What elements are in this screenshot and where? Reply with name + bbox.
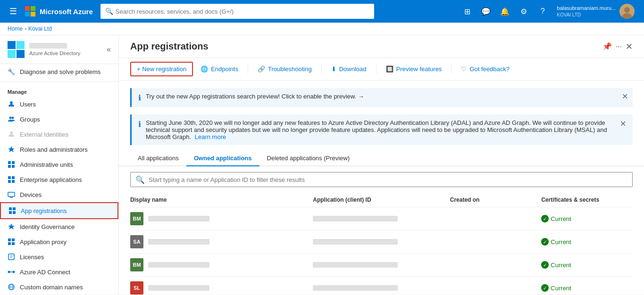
svg-rect-0 [25,6,30,11]
cert-label-4: Current [551,285,571,292]
cert-label-3: Current [551,262,571,269]
sidebar-item-licenses[interactable]: Licenses [0,249,118,264]
app-name-cell-3: BM [130,258,313,271]
pin-icon[interactable]: 📌 [602,42,612,51]
sidebar-item-roles[interactable]: Roles and administrators [0,142,118,157]
svg-rect-15 [8,161,11,164]
table-row[interactable]: BM ✓ Current [130,207,633,230]
connect-label: Azure AD Connect [20,269,70,276]
more-options-icon[interactable]: ··· [616,42,622,51]
portal-icon-btn[interactable]: ⊞ [459,3,476,20]
svg-rect-16 [12,161,15,164]
users-label: Users [20,101,36,108]
table-row[interactable]: BM ✓ Current [130,254,633,277]
tab-owned-applications[interactable]: Owned applications [186,151,259,166]
help-icon-btn[interactable]: ? [534,3,551,20]
banner1-close[interactable]: ✕ [622,92,628,101]
banner2-close[interactable]: ✕ [620,119,626,128]
breadcrumb-tenant[interactable]: Kovai Ltd [28,25,52,32]
sidebar-item-enterprise-apps[interactable]: Enterprise applications [0,172,118,187]
sidebar-item-diagnose[interactable]: 🔧 Diagnose and solve problems [0,64,118,79]
manage-section-label: Manage [0,83,118,97]
app-id-cell-1 [313,216,450,221]
sidebar-item-users[interactable]: Users [0,97,118,112]
app-certs-cell-2: ✓ Current [541,238,633,246]
hamburger-menu[interactable]: ☰ [6,4,21,18]
top-nav-actions: ⊞ 💬 🔔 ⚙ ? balasubramaniam.muru... KOVAI … [459,2,638,21]
sidebar-item-admin-units[interactable]: Administrative units [0,157,118,172]
sidebar-item-groups[interactable]: Groups [0,112,118,127]
licenses-icon [8,253,15,261]
app-name-placeholder-2 [148,239,209,245]
sidebar-divider-1 [0,81,118,82]
sidebar-item-identity-governance[interactable]: Identity Governance [0,219,118,234]
download-icon: ⬇ [331,66,336,73]
svg-point-37 [13,271,15,273]
table-row[interactable]: SL ✓ Current [130,277,633,295]
troubleshooting-button[interactable]: 🔗 Troubleshooting [252,63,318,75]
info-banner-1: ℹ Try out the new App registrations sear… [130,88,633,107]
user-menu[interactable]: balasubramaniam.muru... KOVAI LTD [553,2,638,21]
app-id-placeholder-1 [313,216,398,221]
sidebar: Azure Active Directory « 🔧 Diagnose and … [0,35,119,295]
feedback-button[interactable]: ♡ Got feedback? [455,63,515,75]
download-label: Download [339,66,367,73]
svg-point-5 [624,7,630,13]
close-panel-icon[interactable]: ✕ [626,41,633,52]
sidebar-item-external-identities[interactable]: External Identities [0,127,118,142]
app-badge-2: SA [130,235,143,248]
tab-all-applications[interactable]: All applications [130,151,186,166]
check-icon-1: ✓ [541,215,549,222]
col-header-display-name: Display name [130,197,313,203]
sidebar-item-devices[interactable]: Devices [0,187,118,202]
sidebar-collapse-btn[interactable]: « [107,45,111,54]
svg-rect-2 [25,12,30,16]
sidebar-item-app-registrations[interactable]: App registrations [0,202,118,219]
external-icon [8,131,15,138]
tab-deleted-applications[interactable]: Deleted applications (Preview) [259,151,358,166]
sidebar-org-name [29,43,67,49]
learn-more-link[interactable]: Learn more [195,133,226,140]
app-certs-cell-3: ✓ Current [541,261,633,269]
feedback-icon-btn[interactable]: 💬 [477,3,494,20]
app-proxy-label: Application proxy [20,238,67,246]
roles-label: Roles and administrators [20,146,88,153]
app-badge-4: SL [130,281,143,295]
search-icon: 🔍 [105,8,113,15]
breadcrumb-home[interactable]: Home [8,25,23,32]
svg-rect-9 [8,50,16,58]
main-layout: Azure Active Directory « 🔧 Diagnose and … [0,35,644,295]
sidebar-item-custom-domains[interactable]: Custom domain names [0,279,118,295]
table-row[interactable]: SA ✓ Current [130,230,633,254]
tabs-row: All applications Owned applications Dele… [119,151,644,166]
notifications-icon-btn[interactable]: 🔔 [496,3,513,20]
table-search-input[interactable] [149,176,627,183]
user-org: KOVAI LTD [557,12,616,18]
settings-icon-btn[interactable]: ⚙ [515,3,532,20]
domains-icon [8,283,15,291]
svg-rect-18 [12,165,15,168]
sidebar-item-app-proxy[interactable]: Application proxy [0,234,118,249]
download-button[interactable]: ⬇ Download [326,63,372,75]
col-header-app-id: Application (client) ID [313,197,450,203]
endpoints-button[interactable]: 🌐 Endpoints [195,63,244,75]
banner1-text[interactable]: Try out the new App registrations search… [146,93,364,100]
wrench-icon: 🔧 [8,68,15,75]
svg-rect-10 [17,50,25,58]
enterprise-apps-icon [8,176,15,183]
svg-rect-27 [9,211,12,214]
search-input[interactable] [100,4,374,19]
preview-features-button[interactable]: 🔲 Preview features [380,63,448,75]
external-label: External Identities [20,131,68,138]
app-name-cell-4: SL [130,281,313,295]
svg-rect-3 [31,12,35,16]
sidebar-item-azure-ad-connect[interactable]: Azure AD Connect [0,264,118,279]
table-header: Display name Application (client) ID Cre… [130,193,633,207]
new-registration-button[interactable]: + New registration [130,62,193,76]
app-proxy-icon [8,238,15,246]
diagnose-label: Diagnose and solve problems [20,68,100,75]
content-header: App registrations 📌 ··· ✕ [119,35,644,58]
endpoints-label: Endpoints [211,66,238,73]
svg-rect-21 [8,180,11,183]
cert-status-4: ✓ Current [541,284,571,292]
